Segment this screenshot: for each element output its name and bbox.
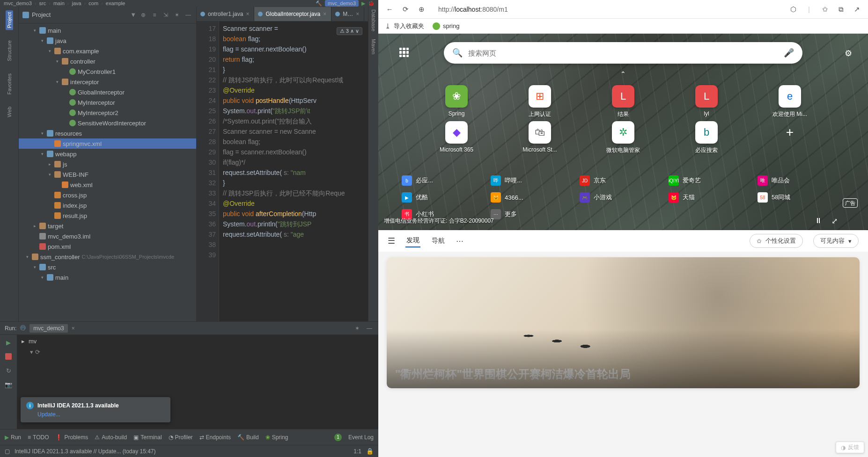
quick-tile[interactable]: e欢迎使用 Mi...	[749, 85, 831, 118]
status-position[interactable]: 1:1	[353, 448, 361, 455]
quick-link[interactable]: iQIYI爱奇艺	[669, 174, 756, 187]
breadcrumb[interactable]: main	[53, 0, 65, 6]
stop-button[interactable]	[4, 352, 13, 361]
tree-node[interactable]: springmvc.xml	[19, 138, 196, 149]
footer-problems[interactable]: ❗ Problems	[55, 434, 88, 441]
flatten-icon[interactable]: ≡	[150, 11, 159, 19]
visible-content-button[interactable]: 可见内容 ▾	[813, 234, 859, 248]
run-config-selector[interactable]: mvc_demo3	[325, 0, 359, 7]
toolwin-favorites[interactable]: Favorites	[6, 72, 13, 96]
search-input[interactable]	[468, 49, 778, 57]
footer-terminal[interactable]: ▣ Terminal	[133, 434, 162, 441]
tree-node[interactable]: ▾main	[19, 272, 196, 283]
footer-todo[interactable]: ≡ TODO	[28, 434, 49, 441]
breadcrumb[interactable]: example	[106, 0, 125, 6]
tree-node[interactable]: SensitiveWordInterceptor	[19, 118, 196, 128]
toolwin-database[interactable]: Database	[371, 9, 376, 31]
expand-chevron-icon[interactable]: ⌃	[620, 70, 626, 78]
back-icon[interactable]: ←	[385, 5, 394, 14]
build-icon[interactable]: 🔨	[316, 0, 322, 7]
run-output[interactable]: ▸mv ▾ ⟳ i IntelliJ IDEA 2021.1.3 availab…	[17, 335, 378, 429]
site-info-icon[interactable]: ⊕	[417, 5, 426, 14]
bookmark-spring[interactable]: spring	[433, 22, 459, 30]
quick-tile[interactable]: ⊞上网认证	[499, 85, 581, 118]
pause-icon[interactable]: ⏸	[813, 215, 824, 226]
lock-icon[interactable]: 🔒	[366, 448, 374, 455]
quick-link[interactable]: 5858同城	[758, 191, 845, 204]
editor-tab[interactable]: ontroller1.java×	[197, 7, 254, 21]
tree-node[interactable]: result.jsp	[19, 210, 196, 221]
quick-link[interactable]: 🎮小游戏	[580, 191, 667, 204]
tree-node[interactable]: MyController1	[19, 66, 196, 77]
project-tree[interactable]: ▾main▾java▾com.example▾controllerMyContr…	[19, 23, 196, 321]
news-card[interactable]: "衢州烂柯杯"世界围棋公开赛柯洁爆冷首轮出局	[387, 257, 860, 388]
debug-icon[interactable]: 🐞	[368, 0, 375, 7]
quick-tile[interactable]: ✲微软电脑管家	[582, 121, 664, 154]
feed-tab-nav[interactable]: 导航	[431, 235, 446, 247]
tree-node[interactable]: pom.xml	[19, 241, 196, 252]
quick-link[interactable]: 唯唯品会	[758, 174, 845, 187]
tree-node[interactable]: ▾java	[19, 36, 196, 46]
extension-icon[interactable]: ⬡	[788, 5, 798, 14]
run-config-tab[interactable]: mvc_demo3	[29, 324, 67, 333]
tree-node[interactable]: web.xml	[19, 180, 196, 190]
feed-more-icon[interactable]: ⋯	[456, 237, 463, 246]
toolwin-structure[interactable]: Structure	[6, 38, 13, 63]
feedback-button[interactable]: ◑ 反馈	[836, 442, 864, 453]
import-bookmarks[interactable]: ⤓导入收藏夹	[385, 22, 424, 30]
footer-autobuild[interactable]: ⚠ Auto-build	[95, 434, 127, 441]
tree-node[interactable]: ▾webapp	[19, 149, 196, 159]
inspection-badge[interactable]: ⚠ 3 ∧ ∨	[337, 27, 362, 35]
page-settings-icon[interactable]: ⚙	[842, 47, 855, 60]
process-node[interactable]: mv	[29, 338, 37, 345]
breadcrumb[interactable]: src	[39, 0, 46, 6]
tree-node[interactable]: ▾com.example	[19, 46, 196, 56]
toolwin-maven[interactable]: Maven	[371, 39, 376, 54]
dump-icon[interactable]: 📷	[4, 380, 13, 389]
status-message[interactable]: IntelliJ IDEA 2021.1.3 available // Upda…	[15, 448, 156, 455]
mic-icon[interactable]: 🎤	[784, 48, 794, 58]
favorite-icon[interactable]: ✩	[820, 5, 830, 14]
personalize-button[interactable]: ✩ 个性化设置	[750, 234, 803, 248]
quick-link[interactable]: 🐱天猫	[669, 191, 756, 204]
search-box[interactable]: 🔍 🎤	[444, 42, 802, 64]
quick-link[interactable]: b必应...	[402, 174, 489, 187]
collapse-icon[interactable]: ⇲	[162, 11, 170, 19]
tree-node[interactable]: MyInterceptor	[19, 97, 196, 108]
toolwin-web[interactable]: Web	[6, 105, 13, 119]
tree-node[interactable]: ▾controller	[19, 56, 196, 66]
breadcrumb[interactable]: com	[88, 0, 98, 6]
run-settings-icon[interactable]: ✶	[353, 324, 361, 333]
quick-tile[interactable]: 🛍Microsoft St...	[499, 121, 581, 154]
url-box[interactable]: http://localhost:8080/m1	[433, 2, 782, 16]
locate-icon[interactable]: ⊕	[139, 11, 147, 19]
quick-link[interactable]: JD京东	[580, 174, 667, 187]
quick-tile[interactable]: L结果	[582, 85, 664, 118]
tree-node[interactable]: ▾WEB-INF	[19, 169, 196, 180]
update-link[interactable]: Update...	[37, 411, 165, 418]
footer-profiler[interactable]: ◔ Profiler	[169, 434, 193, 441]
rerun-failed-icon[interactable]: ↻	[4, 366, 13, 375]
breadcrumb[interactable]: java	[72, 0, 81, 6]
menu-icon[interactable]: ☰	[388, 236, 395, 246]
code-lines[interactable]: Scanner scanner = boolean flag; flag = s…	[219, 22, 368, 321]
rerun-icon[interactable]: ▶	[4, 338, 13, 347]
apps-grid-icon[interactable]	[399, 48, 409, 57]
footer-endpoints[interactable]: ⇄ Endpoints	[199, 434, 231, 441]
hide-icon[interactable]: —	[184, 11, 192, 19]
refresh-icon[interactable]: ⟳	[401, 5, 410, 14]
quick-tile[interactable]: ◆Microsoft 365	[416, 121, 497, 154]
collections-icon[interactable]: ⧉	[836, 5, 846, 14]
quick-link[interactable]: 😺4366...	[491, 191, 578, 204]
quick-tile[interactable]: ❀Spring	[416, 85, 497, 118]
tree-node[interactable]: ▾resources	[19, 128, 196, 138]
feed-tab-discover[interactable]: 发现	[405, 234, 420, 247]
tree-node[interactable]: index.jsp	[19, 200, 196, 210]
toolwin-project[interactable]: Project	[6, 10, 13, 30]
quick-link[interactable]: ▶优酷	[402, 191, 489, 204]
fullscreen-icon[interactable]: ⤢	[829, 215, 840, 226]
run-icon[interactable]: ▶	[5, 434, 9, 441]
quick-tile[interactable]: Llyl	[666, 85, 747, 118]
footer-build[interactable]: 🔨 Build	[237, 434, 259, 441]
footer-eventlog[interactable]: Event Log	[348, 434, 374, 441]
